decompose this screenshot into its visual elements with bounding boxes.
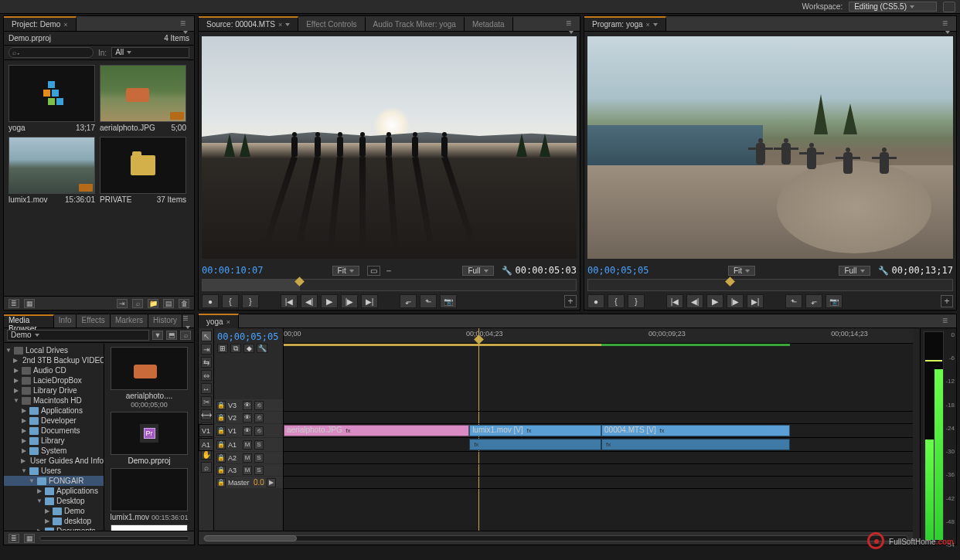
track-lock-icon[interactable]: 🔒 <box>216 466 226 475</box>
mb-preview-item[interactable]: lumix1.mov 00:15:36:01 <box>107 468 191 521</box>
timeline-tc[interactable]: 00;00;05;05 <box>214 328 283 344</box>
extract-button[interactable]: ⬐ <box>805 294 822 308</box>
close-icon[interactable]: × <box>278 21 282 29</box>
mb-preview-item[interactable]: aerialphoto.... 00;00;05;00 <box>107 347 191 409</box>
rate-stretch-tool-icon[interactable]: ↔ <box>201 383 212 394</box>
filter-in-select[interactable]: All <box>111 47 189 58</box>
disclosure-icon[interactable]: ▶ <box>21 407 27 414</box>
tree-row[interactable]: ▶Library Drive <box>4 385 104 395</box>
source-tc-in[interactable]: 00:00:10:07 <box>202 265 263 276</box>
mb-thumb-view-button[interactable]: ▦ <box>24 534 35 543</box>
zoom-tool-icon[interactable]: ⌕ <box>201 462 212 473</box>
track-lock-icon[interactable]: 🔒 <box>216 413 226 423</box>
track-master[interactable]: 🔒Master0.0▶ <box>284 477 913 489</box>
tree-row[interactable]: ▶Audio CD <box>4 365 104 375</box>
tab-history[interactable]: History <box>148 314 182 328</box>
fx-badge-icon[interactable]: fx <box>346 427 350 434</box>
source-tab[interactable]: Source: 00004.MTS× <box>199 16 298 31</box>
media-browser-tree[interactable]: ▼Local Drives▶2nd 3TB Backup VIDEO▶Audio… <box>4 344 104 531</box>
track-mute-icon[interactable]: M <box>243 453 252 463</box>
track-eye-icon[interactable]: 👁 <box>243 413 252 423</box>
sequence-tab[interactable]: yoga× <box>199 314 239 328</box>
tab-effect-controls[interactable]: Effect Controls <box>298 16 365 31</box>
tab-effects[interactable]: Effects <box>77 314 110 328</box>
disclosure-icon[interactable]: ▼ <box>36 497 43 504</box>
rolling-tool-icon[interactable]: ⇔ <box>201 370 212 381</box>
track-lock-icon[interactable]: 🔒 <box>216 478 226 487</box>
bin-item[interactable]: PRIVATE37 Items <box>100 137 186 204</box>
fx-badge-icon[interactable]: fx <box>659 427 664 434</box>
tree-row[interactable]: ▶2nd 3TB Backup VIDEO <box>4 355 104 365</box>
panel-menu-icon[interactable] <box>942 19 953 29</box>
disclosure-icon[interactable]: ▶ <box>13 377 19 384</box>
step-forward-button[interactable]: |▶ <box>341 294 358 308</box>
track-sync-icon[interactable]: ⎋ <box>254 401 264 410</box>
new-item-button[interactable]: ▤ <box>163 299 174 308</box>
ripple-tool-icon[interactable]: ⇆ <box>201 357 212 368</box>
snap-button[interactable]: ⊞ <box>217 344 228 353</box>
track-eye-icon[interactable]: 👁 <box>243 401 252 410</box>
mark-out-button[interactable]: } <box>628 294 645 308</box>
tree-row[interactable]: ▶desktop <box>4 516 104 526</box>
track-sync-icon[interactable]: ⎋ <box>254 426 264 436</box>
mb-path-select[interactable]: Demo <box>7 330 149 341</box>
track-a1[interactable]: A1🔒A1MS fx fx <box>284 438 913 452</box>
tree-row[interactable]: ▶Applications <box>4 406 104 416</box>
track-v1[interactable]: V1🔒V1👁⎋aerialphoto.JPG fxlumix1.mov [V] … <box>284 424 913 438</box>
program-tc[interactable]: 00;00;05;05 <box>587 265 649 276</box>
export-frame-button[interactable]: 📷 <box>826 294 843 308</box>
tree-row[interactable]: ▶System <box>4 446 104 456</box>
disclosure-icon[interactable]: ▼ <box>21 467 27 474</box>
tree-row[interactable]: ▼Users <box>4 466 104 476</box>
disclosure-icon[interactable]: ▶ <box>21 417 27 424</box>
tree-row[interactable]: ▶Demo <box>4 506 104 516</box>
step-back-button[interactable]: ◀| <box>686 294 703 308</box>
lift-button[interactable]: ⬑ <box>785 294 802 308</box>
mark-out-button[interactable]: } <box>242 294 259 308</box>
mb-list-view-button[interactable]: ≣ <box>9 534 19 543</box>
panel-menu-icon[interactable] <box>566 19 577 29</box>
bin-item[interactable]: aerialphoto.JPG5;00 <box>100 65 186 132</box>
track-select-tool-icon[interactable]: ⇥ <box>201 344 212 355</box>
timeline-ruler[interactable]: 00;0000;00;04;2300;00;09;2300;00;14;23 <box>284 328 913 344</box>
tree-row[interactable]: ▶Developer <box>4 416 104 426</box>
disclosure-icon[interactable]: ▶ <box>13 367 19 374</box>
program-quality-select[interactable]: Full <box>839 266 870 276</box>
mb-filter-button[interactable]: ▼ <box>152 331 163 340</box>
goto-out-button[interactable]: ▶| <box>747 294 764 308</box>
close-icon[interactable]: × <box>226 318 230 326</box>
new-bin-button[interactable]: 📁 <box>148 299 158 308</box>
panel-menu-icon[interactable] <box>182 314 191 324</box>
tab-markers[interactable]: Markers <box>111 314 148 328</box>
track-v3[interactable]: 🔒V3👁⎋ <box>284 399 913 412</box>
track-meter-icon[interactable]: ▶ <box>267 478 276 487</box>
disclosure-icon[interactable]: ▶ <box>13 357 18 364</box>
overwrite-button[interactable]: ⬑ <box>420 294 437 308</box>
goto-in-button[interactable]: |◀ <box>666 294 683 308</box>
close-icon[interactable]: × <box>646 21 650 29</box>
workspace-select[interactable]: Editing (CS5.5) <box>849 2 937 12</box>
insert-button[interactable]: ⬐ <box>400 294 417 308</box>
goto-in-button[interactable]: |◀ <box>281 294 298 308</box>
fx-badge-icon[interactable]: fx <box>474 441 478 448</box>
program-scrub-bar[interactable] <box>587 279 953 291</box>
disclosure-icon[interactable]: ▼ <box>29 477 35 484</box>
track-lock-icon[interactable]: 🔒 <box>216 440 226 450</box>
mb-preview-item[interactable]: PrDemo.prproj <box>107 412 191 465</box>
timeline-clip[interactable]: fx <box>601 439 790 450</box>
track-eye-icon[interactable]: 👁 <box>243 426 252 436</box>
timeline-clip[interactable]: aerialphoto.JPG fx <box>284 425 469 436</box>
drag-audio-icon[interactable]: ⎓ <box>384 266 393 275</box>
timeline-clip[interactable]: lumix1.mov [V] fx <box>469 425 601 436</box>
source-video-display[interactable] <box>202 36 577 259</box>
tree-row[interactable]: ▼FONGAIR <box>4 476 104 486</box>
source-quality-select[interactable]: Full <box>462 266 493 276</box>
tab-metadata[interactable]: Metadata <box>465 16 513 31</box>
track-solo-icon[interactable]: S <box>254 440 264 450</box>
bin-item[interactable]: yoga13;17 <box>9 65 95 132</box>
disclosure-icon[interactable]: ▶ <box>13 387 19 394</box>
icon-view-button[interactable]: ▦ <box>24 299 35 308</box>
track-a2[interactable]: 🔒A2MS <box>284 452 913 464</box>
source-scrub-bar[interactable] <box>202 279 577 291</box>
tree-row[interactable]: ▶Library <box>4 436 104 446</box>
